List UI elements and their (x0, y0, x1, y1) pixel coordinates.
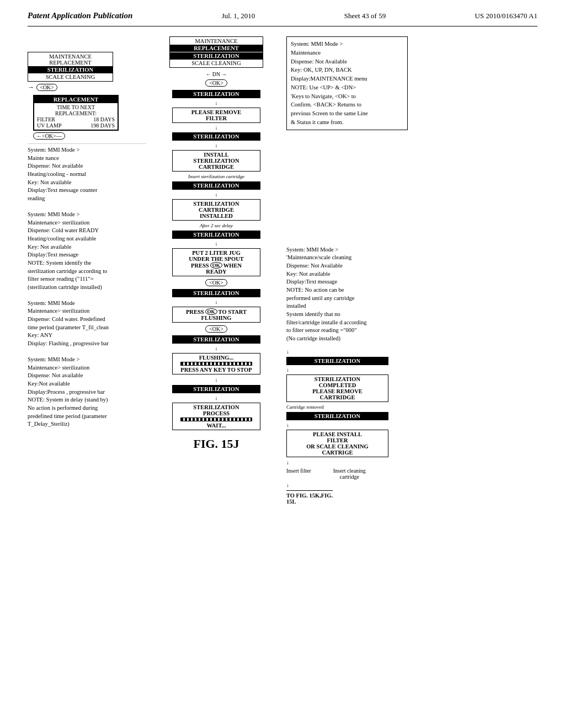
note-3: System: MMI Mode Maintenance> sterilizat… (28, 299, 146, 348)
ok-btn-2: <OK> (205, 279, 227, 286)
cartridge-removed-note: Cartridge removed (286, 404, 324, 410)
note3-line5: Key: ANY (28, 331, 146, 340)
ok-circle-1: <OK> (36, 84, 57, 91)
arrow-to-right-flow: ↓ (286, 349, 289, 355)
rnc-line7: performed until any cartridge (286, 295, 408, 303)
maint-menu-box: MAINTENANCE REPLACEMENT STERILIZATION SC… (28, 52, 113, 82)
arrow-down-6: ↓ (215, 299, 218, 305)
right-column: System: MMI Mode > Maintenance Dispense:… (286, 36, 537, 505)
flow-cartridge-installed: STERILIZATION CARTRIDGE INSTALLED (172, 199, 260, 221)
right-flow-area: System: MMI Mode > 'Maintenance/scale cl… (286, 246, 537, 505)
arrow-down-5: ↓ (215, 240, 218, 247)
rnc-line9: System identify that no (286, 311, 408, 319)
note-2: System: MMI Mode > Maintenance> steriliz… (28, 211, 146, 292)
replacement-inv: REPLACEMENT (34, 96, 118, 103)
flow-flushing: FLUSHING... PRESS ANY KEY TO STOP (172, 353, 260, 374)
note2-line6: Display:Text message (28, 251, 146, 259)
rn1-line3: Dispense: Not Available (291, 57, 403, 66)
center-maint-line1: MAINTENANCE (172, 38, 260, 44)
note4-line1: System: MMI Mode > (28, 356, 146, 364)
ok-btn-3: <OK> (205, 325, 227, 333)
rf-sterilization-1: STERILIZATION (286, 357, 388, 365)
insert-filter-label: Insert filter (286, 468, 311, 474)
note1-line4: Heating/cooling - normal (28, 170, 146, 179)
arrow-down-4: ↓ (215, 191, 218, 197)
note3-line3: Dispense: Cold water. Predefined (28, 315, 146, 324)
arrow-down-9: ↓ (215, 395, 218, 401)
note3-line4: time period (parameter T_fil_clean (28, 324, 146, 332)
flushing-progress-bar (180, 362, 252, 366)
ok-circle-2: ←<OK>— (33, 132, 65, 140)
rf-please-install: PLEASE INSTALL FILTER OR SCALE CLEANING … (286, 430, 388, 457)
process-progress-bar (180, 417, 252, 421)
note2-line8: sterilization cartridge according to (28, 267, 146, 276)
note4-line2: Maintenance> sterilization (28, 364, 146, 372)
note4-line9: T_Delay_Steriliz) (28, 420, 146, 429)
note2-line2: Maintenance> sterilization (28, 219, 146, 227)
replacement-box: REPLACEMENT TIME TO NEXT REPLACEMENT: FI… (33, 95, 146, 139)
note4-line6: NOTE: System in delay (stand by) (28, 396, 146, 404)
flow-sterilization-4: STERILIZATION (172, 231, 260, 239)
flow-sterilization-5: STERILIZATION (172, 289, 260, 297)
top-right-note-box: System: MMI Mode > Maintenance Dispense:… (286, 36, 408, 130)
rf-completed-box: STERILIZATION COMPLETED PLEASE REMOVE CA… (286, 374, 388, 402)
maint-line4: SCALE CLEANING (30, 74, 110, 80)
note-1: System: MMI Mode > Mainte nance Dispense… (28, 143, 146, 203)
center-maint-menu: MAINTENANCE REPLACEMENT STERILIZATION SC… (169, 36, 263, 68)
rn1-line2: Maintenance (291, 49, 403, 57)
replacement-label: REPLACEMENT: (37, 110, 115, 116)
maint-line2: REPLACEMENT (30, 60, 110, 66)
to-start-text: TO START (218, 309, 247, 315)
ok-inline-1: OK (210, 262, 222, 269)
top-left-maint-box: MAINTENANCE REPLACEMENT STERILIZATION SC… (28, 52, 146, 92)
sheet-number: Sheet 43 of 59 (344, 12, 386, 20)
ok-btn-1: <OK> (205, 79, 227, 87)
filter-label: FILTER (37, 116, 55, 122)
ok-inline-2: OK (205, 308, 217, 315)
dn-label: DN (212, 71, 220, 77)
rf-sterilization-2: STERILIZATION (286, 412, 388, 420)
ok-below-replacement: ←<OK>— (33, 133, 146, 139)
note1-line3: Dispense: Not available (28, 162, 146, 170)
insert-sterilization-note: Insert sterilization cartridge (188, 174, 244, 179)
note4-line5: Display:Process , progressive bar (28, 388, 146, 397)
fig-label: FIG. 15J (193, 437, 239, 451)
flow-install-cartridge: INSTALL STERILIZATION CARTRIDGE (172, 150, 260, 172)
note4-line7: No action is performed during (28, 404, 146, 413)
note-4: System: MMI Mode > Maintenance> steriliz… (28, 356, 146, 429)
flow-press-ok-flushing: PRESS OK TO START FLUSHING (172, 307, 260, 323)
rn1-line1: System: MMI Mode > (291, 40, 403, 49)
note4-line3: Dispense: Not available (28, 372, 146, 380)
note3-line6: Display: Flashing , progressive bar (28, 340, 146, 348)
note2-line10: (sterilization cartridge installed) (28, 283, 146, 292)
note4-line8: predefined time period (parameter (28, 413, 146, 421)
rnc-line5: Display:Text message (286, 278, 408, 286)
center-maint-line4: SCALE CLEANING (172, 60, 260, 66)
rnc-line11: to filter sensor reading ="000" (286, 326, 408, 335)
uvlamp-label: UV LAMP (37, 122, 62, 129)
rn1-line6: NOTE: Use <UP> & <DN> (291, 83, 403, 92)
insert-cleaning-label: Insert cleaning cartridge (333, 468, 366, 480)
maint-sterilization-inv: STERILIZATION (28, 66, 113, 73)
rf-arrow-4: ↓ (286, 482, 289, 488)
note2-line5: Key: Not available (28, 243, 146, 251)
arrow-down-7: ↓ (215, 345, 218, 351)
dn-label-area: ← DN → (206, 71, 227, 77)
publication-date: Jul. 1, 2010 (222, 12, 255, 20)
rnc-line3: Dispense: Not Available (286, 262, 408, 270)
rnc-line1: System: MMI Mode > (286, 246, 408, 254)
note1-line2: Mainte nance (28, 154, 146, 163)
filter-18days: 18 DAYS (93, 116, 115, 122)
uvlamp-198days: 198 DAYS (90, 122, 115, 129)
rnc-line2: 'Maintenance/scale cleaning (286, 254, 408, 262)
note4-line4: Key:Not available (28, 380, 146, 388)
rn1-line4: Key: OK, UP, DN, BACK (291, 66, 403, 74)
note2-line3: Dispense: Cold water READY (28, 227, 146, 235)
rn1-line7: 'Keys to Navigate, <OK> to (291, 92, 403, 101)
maint-line1: MAINTENANCE (30, 53, 110, 60)
press-text2: PRESS (186, 309, 204, 315)
filter-days: FILTER 18 DAYS (37, 116, 115, 122)
uvlamp-days: UV LAMP 198 DAYS (37, 122, 115, 129)
page-header: Patent Application Publication Jul. 1, 2… (28, 11, 537, 26)
arrow-down-8: ↓ (215, 377, 218, 383)
